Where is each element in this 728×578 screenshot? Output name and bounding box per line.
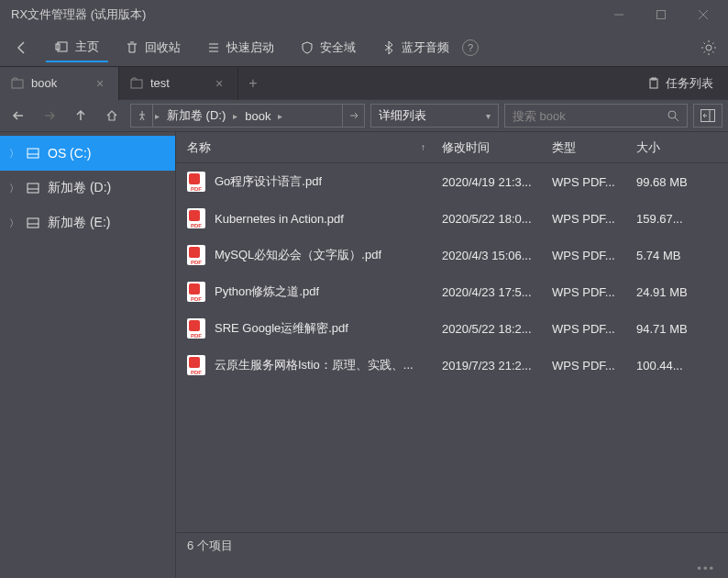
file-size: 100.44... [636,359,724,372]
file-row[interactable]: Python修炼之道.pdf2020/4/23 17:5...WPS PDF..… [176,273,728,310]
breadcrumb-go-button[interactable] [342,105,364,127]
file-row[interactable]: MySQL必知必会（文字版）.pdf2020/4/3 15:06...WPS P… [176,237,728,273]
chevron-right-icon[interactable]: 〉 [9,182,18,195]
file-row[interactable]: Kubernetes in Action.pdf2020/5/22 18:0..… [176,200,728,237]
file-row[interactable]: SRE Google运维解密.pdf2020/5/22 18:2...WPS P… [176,310,728,347]
file-date: 2020/4/3 15:06... [442,249,552,262]
search-icon[interactable] [667,109,679,122]
window-controls [598,0,724,29]
file-name: Python修炼之道.pdf [215,283,319,300]
column-type[interactable]: 类型 [552,139,636,156]
help-icon[interactable]: ? [462,39,479,56]
file-date: 2020/5/22 18:2... [442,322,552,336]
more-icon[interactable]: ••• [697,561,715,575]
file-name: Go程序设计语言.pdf [215,173,322,190]
back-arrow-button[interactable] [11,37,33,59]
tab[interactable]: book× [0,67,119,100]
menu-security[interactable]: 安全域 [291,34,365,61]
pdf-file-icon [187,282,205,302]
pin-icon[interactable] [131,105,153,127]
minimize-button[interactable] [598,0,640,29]
file-size: 99.68 MB [636,175,724,189]
nav-home-button[interactable] [99,104,125,128]
close-button[interactable] [682,0,724,29]
chevron-down-icon: ▾ [486,111,491,121]
file-date: 2020/4/23 17:5... [442,285,552,299]
menu-home[interactable]: 主页 [46,33,108,62]
clipboard-icon [647,77,660,90]
tree-item-label: 新加卷 (E:) [48,215,110,231]
nav-up-button[interactable] [68,104,94,128]
menu-recycle[interactable]: 回收站 [116,34,190,61]
menu-bluetooth[interactable]: 蓝牙音频 ? [372,34,488,61]
file-date: 2020/4/19 21:3... [442,175,552,189]
svg-line-15 [675,117,678,121]
files-area[interactable]: Go程序设计语言.pdf2020/4/19 21:3...WPS PDF...9… [176,163,728,532]
main-panel: 名称↑ 修改时间 类型 大小 Go程序设计语言.pdf2020/4/19 21:… [176,132,728,578]
toolbar: ▸ 新加卷 (D:) ▸ book ▸ 详细列表 ▾ [0,99,728,132]
file-name: MySQL必知必会（文字版）.pdf [215,247,381,263]
tree-item[interactable]: 〉新加卷 (D:) [0,171,175,206]
svg-rect-10 [12,80,23,88]
view-mode-label: 详细列表 [379,107,426,124]
window-title: RX文件管理器 (试用版本) [11,6,598,23]
tree-item[interactable]: 〉新加卷 (E:) [0,206,175,240]
folder-icon [11,77,24,90]
sidebar: 〉OS (C:)〉新加卷 (D:)〉新加卷 (E:) [0,132,176,578]
pdf-file-icon [187,245,205,265]
tree-item-label: OS (C:) [48,146,91,161]
file-name: SRE Google运维解密.pdf [215,320,348,337]
folder-icon [130,77,143,90]
drive-icon [26,146,40,161]
settings-button[interactable] [700,39,717,56]
nav-back-button[interactable] [6,104,31,128]
nav-forward-button[interactable] [37,104,62,128]
file-type: WPS PDF... [552,249,636,262]
svg-point-9 [706,45,711,50]
chevron-right-icon: ▸ [276,111,284,121]
shield-icon [300,40,314,55]
breadcrumb[interactable]: ▸ 新加卷 (D:) ▸ book ▸ [130,104,365,128]
task-list-button[interactable]: 任务列表 [633,75,728,92]
task-list-label: 任务列表 [666,75,713,92]
chevron-right-icon[interactable]: 〉 [9,217,18,230]
column-headers: 名称↑ 修改时间 类型 大小 [176,132,728,163]
file-type: WPS PDF... [552,175,636,189]
search-box[interactable] [504,104,688,128]
tab-label: book [31,76,85,90]
tabs-bar: book×test× + 任务列表 [0,66,728,99]
tab-label: test [150,76,204,90]
menu-home-label: 主页 [75,39,99,55]
search-input[interactable] [513,109,667,123]
footer-bar: ••• [176,558,728,578]
breadcrumb-item[interactable]: 新加卷 (D:) [161,107,231,124]
tab-close-button[interactable]: × [93,76,107,91]
pdf-file-icon [187,208,205,228]
tab[interactable]: test× [119,67,238,100]
file-name: 云原生服务网格Istio：原理、实践、... [215,357,414,373]
new-tab-button[interactable]: + [238,67,268,100]
file-type: WPS PDF... [552,212,636,226]
svg-rect-1 [657,11,666,19]
menu-bar: 主页 回收站 快速启动 安全域 蓝牙音频 ? [0,29,728,66]
title-bar: RX文件管理器 (试用版本) [0,0,728,29]
file-row[interactable]: 云原生服务网格Istio：原理、实践、...2019/7/23 21:2...W… [176,347,728,383]
breadcrumb-item[interactable]: book [239,109,276,123]
file-row[interactable]: Go程序设计语言.pdf2020/4/19 21:3...WPS PDF...9… [176,163,728,200]
column-date[interactable]: 修改时间 [442,139,552,156]
file-type: WPS PDF... [552,285,636,299]
column-name[interactable]: 名称↑ [180,139,442,156]
maximize-button[interactable] [640,0,682,29]
tree-item[interactable]: 〉OS (C:) [0,136,175,171]
bluetooth-icon [381,40,396,55]
panel-toggle-button[interactable] [693,104,722,128]
status-bar: 6 个项目 [176,532,728,558]
tab-close-button[interactable]: × [212,76,226,91]
chevron-right-icon: ▸ [231,111,239,121]
svg-rect-11 [131,80,142,88]
drive-icon [26,181,40,195]
chevron-right-icon[interactable]: 〉 [9,147,18,161]
column-size[interactable]: 大小 [636,139,724,156]
menu-quick[interactable]: 快速启动 [197,34,283,61]
view-mode-dropdown[interactable]: 详细列表 ▾ [370,104,499,128]
